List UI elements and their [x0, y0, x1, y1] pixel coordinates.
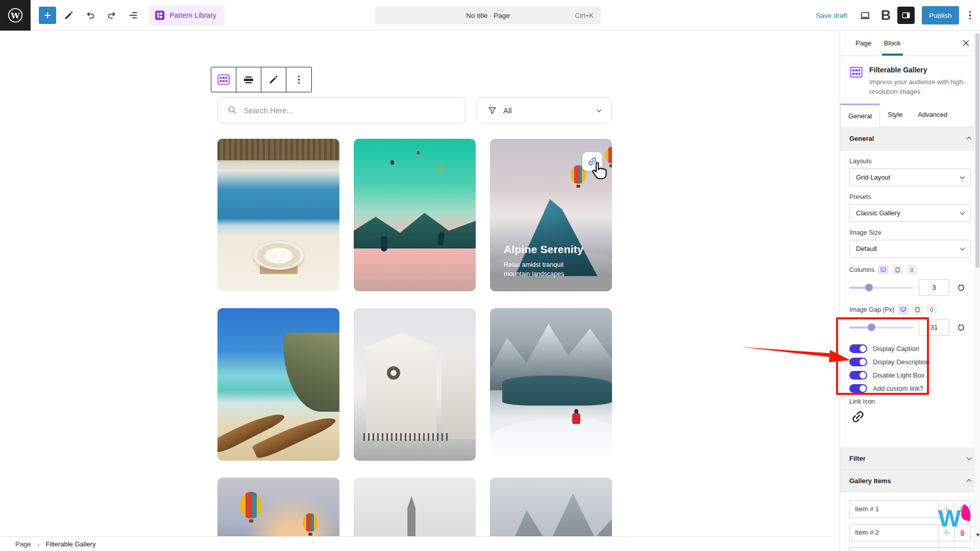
- sidebar-scrollbar[interactable]: [974, 31, 980, 551]
- filter-dropdown[interactable]: All: [477, 97, 611, 123]
- tab-page[interactable]: Page: [849, 31, 878, 56]
- command-center[interactable]: No title · Page Ctrl+K: [375, 6, 601, 24]
- delete-item-button[interactable]: [954, 501, 970, 517]
- wordpress-logo-icon[interactable]: W: [0, 0, 31, 31]
- tile-description: Relax amidst tranquil mountain landscape…: [504, 260, 580, 280]
- editor-canvas: All: [0, 31, 831, 551]
- mobile-icon[interactable]: [926, 305, 937, 314]
- gallery-grid: Alpine Serenity Relax amidst tranquil mo…: [217, 139, 612, 551]
- gallery-item-balloon-valley[interactable]: [354, 139, 476, 291]
- gallery-items-list: Item # 1 Item # 2: [840, 492, 980, 551]
- image-gap-slider[interactable]: [849, 327, 914, 329]
- gallery-item-alpine-serenity[interactable]: Alpine Serenity Relax amidst tranquil mo…: [490, 139, 612, 291]
- item-label[interactable]: [850, 548, 939, 551]
- options-menu-button[interactable]: [966, 7, 974, 24]
- block-options-button[interactable]: [286, 67, 311, 92]
- preview-button[interactable]: [856, 7, 874, 24]
- presets-select[interactable]: Classic Gallery: [849, 204, 971, 222]
- reset-icon: [957, 283, 966, 292]
- breadcrumb-current[interactable]: Filterable Gallery: [45, 540, 95, 548]
- document-title: No title · Page: [466, 12, 510, 19]
- columns-input[interactable]: [919, 279, 949, 296]
- disable-lightbox-row: Disable Light Box: [849, 371, 971, 380]
- gallery-search: [217, 97, 465, 123]
- layouts-select[interactable]: Grid Layout: [849, 168, 971, 186]
- gallery-item-mountain-lake[interactable]: [490, 308, 612, 461]
- tile-caption: Alpine Serenity Relax amidst tranquil mo…: [490, 243, 612, 292]
- gallery-items-section-header[interactable]: Gallery Items: [840, 470, 980, 492]
- gallery-item-longtail-boats[interactable]: [217, 308, 339, 461]
- settings-sidebar-toggle[interactable]: [897, 7, 915, 24]
- custom-link-button[interactable]: [582, 152, 602, 171]
- tab-block[interactable]: Block: [878, 31, 907, 56]
- breadcrumb-root[interactable]: Page: [15, 540, 31, 548]
- block-type-button[interactable]: [211, 67, 236, 92]
- add-custom-link-row: Add custom link?: [849, 384, 971, 393]
- image-size-select[interactable]: Default: [849, 240, 971, 258]
- move-icon: [942, 505, 950, 513]
- general-section-header[interactable]: General: [840, 127, 980, 151]
- image-gap-reset-button[interactable]: [955, 322, 967, 333]
- edit-tool-button[interactable]: [60, 7, 78, 24]
- sidebar-scrollbar-thumb[interactable]: [975, 33, 979, 268]
- undo-button[interactable]: [82, 7, 99, 24]
- add-custom-link-toggle[interactable]: [849, 384, 867, 393]
- display-caption-row: Display Caption: [849, 344, 971, 353]
- scroll-down-arrow-icon[interactable]: [976, 534, 980, 537]
- tablet-icon[interactable]: [892, 265, 903, 274]
- layouts-label: Layouts: [849, 158, 971, 165]
- block-inserter-button[interactable]: +: [39, 7, 56, 24]
- close-sidebar-button[interactable]: [957, 31, 975, 56]
- chevron-down-icon: [960, 210, 965, 215]
- image-gap-label: Image Gap (Px): [849, 306, 894, 313]
- columns-slider[interactable]: [849, 287, 914, 289]
- columns-slider-thumb[interactable]: [865, 284, 873, 291]
- display-description-toggle[interactable]: [849, 358, 867, 366]
- image-gap-input[interactable]: [919, 319, 949, 336]
- image-gap-slider-thumb[interactable]: [868, 323, 875, 331]
- sidebar-tabs: Page Block: [840, 31, 980, 56]
- list-view-button[interactable]: [125, 7, 142, 24]
- pencil-icon: [63, 10, 75, 21]
- item-label[interactable]: Item # 1: [850, 501, 939, 517]
- mobile-icon[interactable]: [906, 265, 917, 274]
- search-input[interactable]: [243, 106, 456, 115]
- filter-section-header[interactable]: Filter: [840, 447, 980, 470]
- list-view-icon: [128, 10, 139, 21]
- item-label[interactable]: Item # 2: [850, 524, 939, 541]
- pattern-library-button[interactable]: Pattern Library: [149, 5, 225, 26]
- tablet-icon[interactable]: [912, 305, 923, 314]
- link-icon-picker[interactable]: [850, 409, 971, 426]
- edit-block-button[interactable]: [261, 67, 286, 92]
- chevron-up-icon: [967, 479, 972, 484]
- link-icon: [850, 409, 866, 424]
- save-draft-button[interactable]: Save draft: [814, 9, 849, 22]
- delete-item-button[interactable]: [954, 548, 970, 551]
- move-item-handle[interactable]: [939, 548, 954, 551]
- move-item-handle[interactable]: [939, 501, 954, 517]
- desktop-icon[interactable]: [878, 265, 889, 274]
- columns-control: [849, 279, 971, 296]
- search-icon: [227, 105, 237, 116]
- columns-reset-button[interactable]: [955, 282, 967, 293]
- tab-advanced[interactable]: Advanced: [910, 104, 955, 127]
- plugin-b-logo-icon[interactable]: B: [881, 8, 891, 23]
- gallery-item-row: Item # 1: [849, 500, 971, 518]
- publish-button[interactable]: Publish: [922, 6, 959, 24]
- balloon-graphic: [605, 147, 612, 163]
- tab-general[interactable]: General: [840, 104, 880, 127]
- gallery-item-cathedral[interactable]: [354, 308, 476, 461]
- disable-lightbox-toggle[interactable]: [849, 371, 867, 380]
- delete-item-button[interactable]: [954, 524, 970, 541]
- tab-style[interactable]: Style: [880, 104, 910, 127]
- gallery-item-poolside-resort[interactable]: [217, 139, 339, 291]
- breadcrumb: Page › Filterable Gallery: [0, 536, 831, 551]
- desktop-icon[interactable]: [898, 305, 909, 314]
- align-button[interactable]: [236, 67, 261, 92]
- chevron-down-icon: [597, 107, 602, 112]
- display-caption-toggle[interactable]: [849, 344, 867, 353]
- redo-button[interactable]: [103, 7, 120, 24]
- general-panel: Layouts Grid Layout Presets Classic Gall…: [840, 151, 980, 426]
- tile-title: Alpine Serenity: [504, 243, 598, 256]
- move-item-handle[interactable]: [939, 524, 954, 541]
